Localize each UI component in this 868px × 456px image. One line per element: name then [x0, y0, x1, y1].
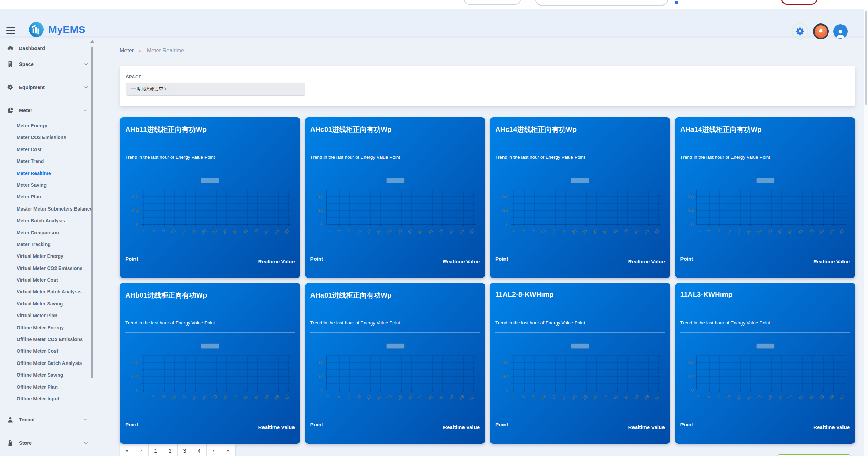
chart-legend-swatch: [571, 344, 589, 349]
sidebar-subitem-meter-batch-analysis[interactable]: Meter Batch Analysis: [0, 215, 93, 226]
pagination-page-4[interactable]: 4: [192, 444, 207, 456]
meter-card-subtitle: Trend in the last hour of Energy Value P…: [125, 320, 215, 326]
chevron-up-icon: [83, 108, 88, 113]
sidebar-subitem-meter-comparison[interactable]: Meter Comparison: [0, 227, 93, 239]
sidebar-subitem-meter-realtime[interactable]: Meter Realtime: [0, 167, 93, 179]
meter-card-subtitle: Trend in the last hour of Energy Value P…: [310, 155, 400, 160]
svg-text:37: 37: [417, 228, 424, 235]
svg-text:0: 0: [321, 222, 323, 227]
top-navbar: MyEMS: [0, 9, 864, 36]
pagination-last[interactable]: »: [221, 444, 236, 456]
sidebar-subitem-offline-meter-saving[interactable]: Offline Meter Saving: [0, 369, 93, 381]
sidebar-subitem-offline-meter-input[interactable]: Offline Meter Input: [0, 393, 93, 405]
svg-text:25: 25: [571, 394, 578, 401]
svg-text:17: 17: [550, 228, 557, 235]
svg-text:13: 13: [725, 394, 732, 401]
user-avatar-button[interactable]: [833, 24, 848, 39]
svg-text:57: 57: [654, 228, 660, 235]
sidebar-scroll-up-arrow[interactable]: [90, 40, 94, 43]
meter-card-title: AHc01进线柜正向有功Wp: [310, 125, 480, 134]
sidebar-subitem-meter-cost[interactable]: Meter Cost: [0, 144, 93, 155]
svg-text:29: 29: [766, 394, 773, 401]
sidebar-subitem-master-meter-submeters-balance[interactable]: Master Meter Submeters Balance: [0, 203, 93, 215]
svg-text:53: 53: [643, 228, 650, 235]
pagination-page-1[interactable]: 1: [149, 444, 163, 456]
svg-text:53: 53: [828, 394, 835, 401]
svg-text:45: 45: [808, 228, 815, 235]
pagination-next[interactable]: ›: [207, 444, 221, 456]
svg-text:49: 49: [818, 228, 825, 235]
svg-text:5: 5: [706, 228, 711, 233]
svg-text:57: 57: [839, 394, 846, 401]
svg-text:57: 57: [654, 394, 660, 401]
sidebar-subitem-meter-tracking[interactable]: Meter Tracking: [0, 239, 93, 250]
svg-text:17: 17: [180, 228, 187, 235]
svg-text:0.4: 0.4: [687, 208, 693, 213]
chevron-down-icon: [83, 62, 88, 67]
sidebar-item-meter[interactable]: Meter: [0, 103, 94, 118]
svg-text:17: 17: [735, 228, 742, 235]
svg-text:37: 37: [602, 394, 609, 401]
sidebar-item-label: Store: [19, 440, 32, 446]
svg-text:0: 0: [506, 222, 508, 227]
gauge-icon: [7, 45, 14, 52]
sidebar-subitem-meter-plan[interactable]: Meter Plan: [0, 191, 93, 203]
svg-text:45: 45: [438, 394, 445, 401]
svg-text:41: 41: [612, 394, 619, 401]
sidebar-scrollbar[interactable]: [91, 47, 93, 378]
sidebar-item-dashboard[interactable]: Dashboard: [0, 40, 94, 56]
sidebar-subitem-offline-meter-co2-emissions[interactable]: Offline Meter CO2 Emissions: [0, 333, 93, 345]
sidebar-item-tenant[interactable]: Tenant: [0, 412, 94, 428]
sidebar-subitem-meter-energy[interactable]: Meter Energy: [0, 120, 93, 132]
pagination-prev[interactable]: ‹: [134, 444, 149, 456]
notifications-bell-button[interactable]: [813, 23, 829, 39]
page-scrollbar-thumb[interactable]: [865, 11, 867, 105]
sidebar-subitem-meter-saving[interactable]: Meter Saving: [0, 179, 93, 191]
pagination-first[interactable]: «: [120, 444, 134, 456]
sidebar-subitem-meter-trend[interactable]: Meter Trend: [0, 155, 93, 167]
sidebar-subitem-offline-meter-cost[interactable]: Offline Meter Cost: [0, 345, 93, 357]
chart-legend-swatch: [201, 344, 219, 349]
card-divider: [310, 332, 480, 333]
sidebar-subitem-virtual-meter-energy[interactable]: Virtual Meter Energy: [0, 250, 93, 262]
sidebar-subitem-virtual-meter-plan[interactable]: Virtual Meter Plan: [0, 310, 93, 321]
svg-text:17: 17: [365, 228, 372, 235]
pagination-page-2[interactable]: 2: [163, 444, 178, 456]
brand-logo[interactable]: MyEMS: [28, 21, 86, 38]
sidebar-item-store[interactable]: Store: [0, 435, 94, 451]
sidebar-subitem-meter-co2-emissions[interactable]: Meter CO2 Emissions: [0, 132, 93, 143]
sidebar-subitem-virtual-meter-saving[interactable]: Virtual Meter Saving: [0, 298, 93, 310]
browser-addressbar-outline: [535, 0, 668, 6]
hamburger-menu-button[interactable]: [6, 27, 15, 36]
svg-text:5: 5: [151, 228, 156, 233]
sidebar-subitem-offline-meter-batch-analysis[interactable]: Offline Meter Batch Analysis: [0, 357, 93, 369]
svg-text:0.4: 0.4: [502, 208, 508, 213]
sidebar-item-label: Meter: [19, 108, 32, 113]
sidebar-item-label: Tenant: [19, 417, 35, 423]
sidebar-item-equipment[interactable]: Equipment: [0, 79, 94, 95]
pagination-page-3[interactable]: 3: [178, 444, 192, 456]
svg-text:29: 29: [211, 228, 218, 235]
sidebar-subitem-offline-meter-plan[interactable]: Offline Meter Plan: [0, 381, 93, 393]
pagination: «‹1234›»: [120, 444, 236, 456]
point-column-header: Point: [125, 256, 138, 262]
realtime-trend-chart: 00.40.8159131721252933374145495357: [495, 168, 665, 240]
svg-text:9: 9: [531, 394, 536, 399]
sidebar-subitem-virtual-meter-cost[interactable]: Virtual Meter Cost: [0, 274, 93, 286]
svg-text:13: 13: [725, 228, 732, 235]
space-select-input[interactable]: [126, 83, 305, 96]
settings-gear-button[interactable]: [792, 23, 808, 40]
sidebar-subitem-virtual-meter-co2-emissions[interactable]: Virtual Meter CO2 Emissions: [0, 262, 93, 274]
svg-text:57: 57: [469, 228, 476, 235]
sidebar-subitem-offline-meter-energy[interactable]: Offline Meter Energy: [0, 322, 93, 333]
myems-logo-icon: [28, 21, 44, 38]
svg-text:37: 37: [787, 394, 794, 401]
svg-text:45: 45: [252, 228, 259, 235]
page-scrollbar[interactable]: [864, 9, 868, 456]
meter-card: AHc14进线柜正向有功WpTrend in the last hour of …: [490, 117, 670, 278]
meter-card-subtitle: Trend in the last hour of Energy Value P…: [310, 320, 400, 326]
realtime-value-column-header: Realtime Value: [628, 259, 665, 264]
sidebar-subitem-virtual-meter-batch-analysis[interactable]: Virtual Meter Batch Analysis: [0, 286, 93, 298]
breadcrumb-section[interactable]: Meter: [120, 48, 134, 54]
sidebar-item-space[interactable]: Space: [0, 56, 94, 72]
